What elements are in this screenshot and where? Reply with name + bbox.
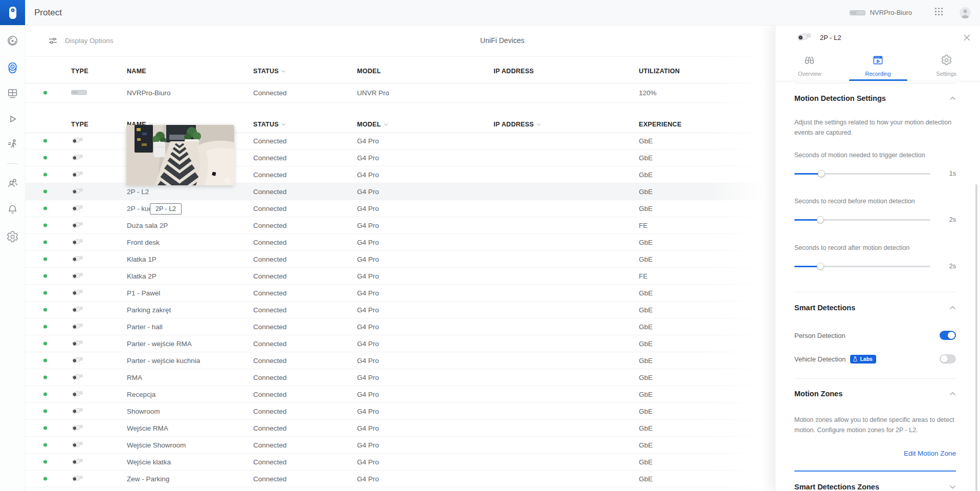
section-motion-zones[interactable]: Motion Zones: [794, 379, 956, 398]
close-icon[interactable]: [960, 31, 973, 44]
motion-detection-description: Adjust the settings related to how your …: [794, 117, 956, 138]
slider-thumb[interactable]: [817, 263, 824, 270]
cell-last: GbE: [639, 374, 653, 381]
cell-status: Connected: [253, 188, 286, 196]
status-dot: [43, 241, 47, 244]
section-motion-detection-settings[interactable]: Motion Detection Settings: [794, 83, 956, 102]
status-dot: [43, 291, 47, 295]
cell-last: GbE: [639, 137, 653, 145]
seconds-to-record-after-motion-detection-slider[interactable]: [794, 263, 930, 270]
col-header-model[interactable]: MODEL: [357, 68, 381, 75]
cell-name[interactable]: P1 - Pawel: [127, 289, 160, 297]
chevron-down-icon: [949, 485, 956, 489]
person-detection-toggle[interactable]: [940, 331, 956, 340]
apps-grid-icon[interactable]: [934, 7, 943, 18]
slider-label: Seconds to record before motion detectio…: [794, 198, 956, 205]
cell-model: G4 Pro: [357, 441, 379, 449]
protect-logo-icon[interactable]: [0, 0, 25, 25]
edit-motion-zone-link[interactable]: Edit Motion Zone: [904, 450, 956, 457]
cell-model: G4 Pro: [357, 340, 379, 348]
cell-last: 120%: [639, 89, 657, 97]
col-header-name[interactable]: NAME: [127, 68, 146, 75]
cell-last: GbE: [639, 458, 653, 466]
col-header-type[interactable]: TYPE: [71, 68, 88, 75]
status-dot: [43, 308, 47, 312]
cell-name[interactable]: Recepcja: [127, 391, 155, 398]
camera-icon: [71, 271, 84, 281]
col-header-ip[interactable]: IP ADDRESS: [494, 121, 541, 128]
cell-name[interactable]: Wejście RMA: [127, 424, 168, 432]
status-dot: [43, 274, 47, 278]
status-dot: [43, 443, 47, 447]
console-name[interactable]: NVRPro-Biuro: [870, 9, 912, 16]
tab-overview[interactable]: Overview: [775, 50, 844, 81]
cell-status: Connected: [253, 306, 286, 314]
cell-name[interactable]: NVRPro-Biuro: [127, 89, 171, 97]
camera-snapshot-image: [126, 125, 234, 185]
chevron-up-icon: [949, 392, 956, 396]
cell-name[interactable]: Zew - Parking: [127, 475, 169, 483]
sidebar-item-cameras camera-icon[interactable]: [6, 61, 19, 74]
sidebar-item-viewports grid-icon[interactable]: [6, 87, 19, 100]
col-header-ip[interactable]: IP ADDRESS: [494, 68, 534, 75]
cell-last: GbE: [639, 475, 653, 483]
cell-name[interactable]: RMA: [127, 374, 142, 381]
cell-status: Connected: [253, 323, 286, 331]
cell-name[interactable]: Klatka 1P: [127, 255, 157, 263]
cell-name[interactable]: Wejście klatka: [127, 458, 171, 466]
col-header-status[interactable]: STATUS: [253, 121, 286, 128]
cell-name[interactable]: Front desk: [127, 239, 160, 246]
slider-thumb[interactable]: [817, 216, 824, 223]
section-smart-detections-zones[interactable]: Smart Detections Zones: [794, 472, 956, 491]
cell-name[interactable]: 2P - kuc: [127, 205, 152, 212]
col-header-type[interactable]: TYPE: [71, 121, 88, 128]
camera-preview-popup: [126, 125, 234, 185]
sidebar-item-users users-icon[interactable]: [6, 177, 19, 189]
cell-status: Connected: [253, 154, 286, 162]
cell-name[interactable]: Wejście Showroom: [127, 441, 186, 449]
cell-model: G4 Pro: [357, 239, 379, 246]
cell-name[interactable]: Showroom: [127, 408, 160, 415]
seconds-to-record-before-motion-detection-slider[interactable]: [794, 216, 930, 223]
cell-name[interactable]: Parking zakręt: [127, 306, 171, 314]
tab-recording[interactable]: Recording: [844, 50, 912, 81]
sort-chevron-icon: [537, 123, 541, 126]
col-header-experience[interactable]: EXPERIENCE: [639, 121, 682, 128]
slider-thumb[interactable]: [818, 170, 825, 177]
cell-last: GbE: [639, 441, 653, 449]
cell-name[interactable]: Parter - hall: [127, 323, 163, 331]
slider-label: Seconds to record after motion detection: [794, 244, 956, 251]
col-header-status[interactable]: STATUS: [253, 68, 286, 75]
tab-settings[interactable]: Settings: [912, 50, 980, 81]
display-options-button[interactable]: Display Options: [48, 25, 114, 56]
cell-name[interactable]: Duża sala 2P: [127, 222, 168, 229]
slider-label: Seconds of motion needed to trigger dete…: [794, 152, 956, 159]
sidebar-item-playback play-icon[interactable]: [6, 113, 19, 125]
motion-zones-description: Motion zones allow you to define specifi…: [794, 415, 956, 435]
chevron-up-icon: [949, 96, 956, 100]
camera-icon: [71, 407, 84, 416]
section-smart-detections[interactable]: Smart Detections: [794, 292, 956, 312]
cell-name[interactable]: Parter - wejście RMA: [127, 340, 192, 348]
sidebar-item-settings gear-icon[interactable]: [6, 230, 19, 243]
camera-icon: [71, 238, 84, 247]
cell-name[interactable]: Klatka 2P: [127, 272, 157, 280]
cell-status: Connected: [253, 374, 286, 381]
sidebar-item-dashboard[interactable]: [6, 34, 19, 47]
cell-model: G4 Pro: [357, 357, 379, 365]
cell-name[interactable]: Parter - wejście kuchnia: [127, 357, 200, 365]
user-avatar[interactable]: [960, 7, 971, 18]
camera-icon: [71, 254, 84, 264]
seconds-of-motion-needed-to-trigger-detection-slider[interactable]: [794, 170, 930, 177]
col-header-utilization[interactable]: UTILIZATION: [639, 68, 680, 75]
sidebar-item-detections motion-icon[interactable]: [6, 138, 19, 151]
vehicle-detection-toggle[interactable]: [940, 354, 956, 364]
camera-icon: [71, 288, 84, 298]
sidebar-item-notifications bell-icon[interactable]: [6, 203, 19, 216]
cell-last: GbE: [639, 323, 653, 331]
panel-scrollbar[interactable]: [975, 184, 977, 491]
cell-name[interactable]: 2P - L2: [127, 188, 149, 196]
cell-last: GbE: [639, 289, 653, 297]
col-header-model[interactable]: MODEL: [357, 121, 388, 128]
camera-thumbnail: [795, 31, 814, 44]
